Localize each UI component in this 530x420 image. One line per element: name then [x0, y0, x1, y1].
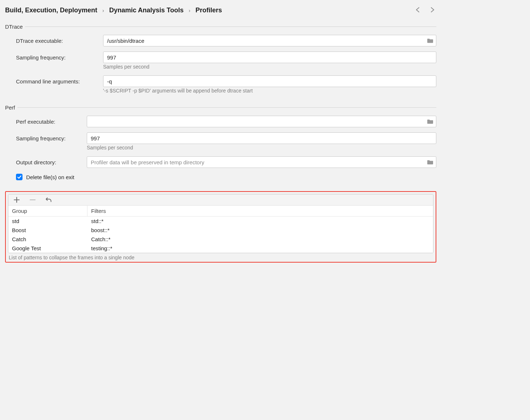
folder-icon[interactable] [427, 160, 433, 165]
cell-group: Boost [8, 226, 87, 235]
cell-group: std [8, 217, 87, 226]
delete-files-checkbox[interactable] [16, 174, 23, 180]
table-row[interactable]: std std::* [8, 217, 433, 226]
perf-output-input[interactable] [87, 156, 436, 168]
nav-forward-button[interactable] [428, 6, 436, 15]
cell-filters: std::* [87, 217, 433, 226]
breadcrumb-item-build[interactable]: Build, Execution, Deployment [5, 7, 97, 14]
section-heading-dtrace: DTrace [5, 24, 23, 30]
dtrace-executable-label: DTrace executable: [16, 38, 103, 44]
remove-button[interactable] [29, 197, 36, 203]
folder-icon[interactable] [427, 38, 433, 44]
dtrace-executable-input[interactable] [103, 35, 436, 46]
reset-button[interactable] [45, 197, 52, 203]
delete-files-label: Delete file(s) on exit [26, 174, 74, 180]
table-row[interactable]: Google Test testing::* [8, 244, 433, 253]
add-button[interactable] [13, 197, 20, 203]
divider [17, 107, 436, 108]
cell-group: Google Test [8, 244, 87, 253]
perf-output-label: Output directory: [16, 159, 87, 165]
folder-icon[interactable] [427, 119, 433, 124]
nav-back-button[interactable] [414, 6, 422, 15]
table-row[interactable]: Boost boost::* [8, 226, 433, 235]
cell-filters: boost::* [87, 226, 433, 235]
patterns-table-body: std std::* Boost boost::* Catch Catch::*… [8, 217, 433, 253]
perf-sampling-input[interactable] [87, 132, 436, 144]
collapse-patterns-panel: Group Filters std std::* Boost boost::* … [5, 191, 436, 263]
breadcrumb-sep-icon: › [189, 8, 191, 13]
breadcrumb-item-profilers[interactable]: Profilers [195, 7, 222, 14]
breadcrumb-item-dynamic-analysis[interactable]: Dynamic Analysis Tools [109, 7, 184, 14]
column-header-filters[interactable]: Filters [87, 206, 433, 216]
breadcrumb-sep-icon: › [102, 8, 104, 13]
patterns-caption: List of patterns to collapse the frames … [8, 253, 433, 261]
dtrace-args-input[interactable] [103, 75, 436, 87]
breadcrumb: Build, Execution, Deployment › Dynamic A… [5, 7, 222, 14]
cell-filters: Catch::* [87, 235, 433, 244]
perf-sampling-hint: Samples per second [87, 145, 436, 151]
divider [25, 26, 436, 27]
perf-sampling-label: Sampling frequency: [16, 135, 87, 141]
dtrace-args-hint: '-s $SCRIPT -p $PID' arguments will be a… [103, 88, 436, 94]
table-row[interactable]: Catch Catch::* [8, 235, 433, 244]
perf-executable-input[interactable] [87, 116, 436, 127]
dtrace-sampling-label: Sampling frequency: [16, 54, 103, 61]
dtrace-sampling-hint: Samples per second [103, 64, 436, 70]
column-header-group[interactable]: Group [8, 206, 87, 216]
cell-filters: testing::* [87, 244, 433, 253]
dtrace-args-label: Command line arguments: [16, 78, 103, 85]
perf-executable-label: Perf executable: [16, 119, 87, 125]
dtrace-sampling-input[interactable] [103, 52, 436, 63]
section-heading-perf: Perf [5, 104, 15, 111]
cell-group: Catch [8, 235, 87, 244]
